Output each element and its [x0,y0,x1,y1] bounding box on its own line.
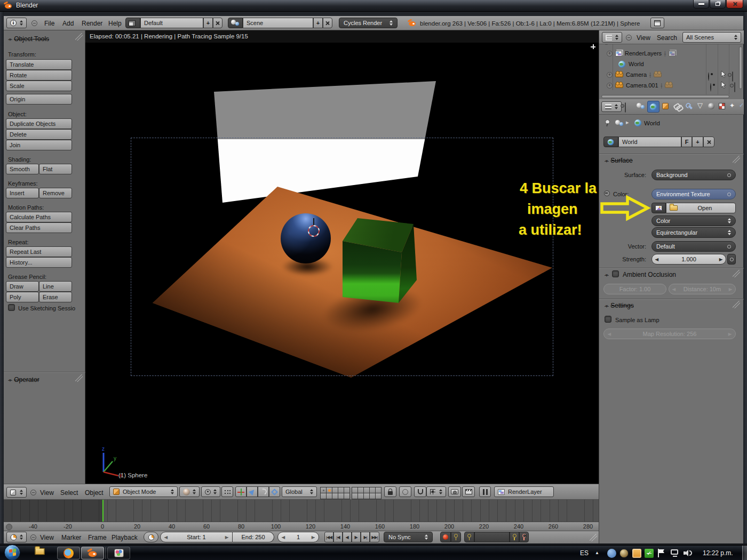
manipulator-rotate-toggle[interactable] [258,486,269,497]
ao-grip-icon[interactable] [733,270,740,277]
outliner-item-camera-001[interactable]: + Camera.001 | [607,81,673,90]
timeline-frames-area[interactable] [4,500,599,522]
minimize-button[interactable] [693,0,709,9]
grease-draw-button[interactable]: Draw [6,281,39,292]
orientation-dropdown[interactable]: Global [282,486,317,497]
datablock-add-button[interactable]: + [692,137,703,147]
show-desktop-button[interactable] [742,546,747,560]
jump-to-start-button[interactable]: |◀◀ [324,532,333,542]
timeline-menu-marker[interactable]: Marker [61,534,81,541]
view3d-menu-select[interactable]: Select [60,489,78,497]
current-frame-field[interactable]: ◀ 1 ▶ [277,532,319,542]
ao-checkbox[interactable] [612,270,619,277]
restore-button[interactable] [710,0,726,9]
grease-poly-button[interactable]: Poly [6,292,39,302]
clear-paths-button[interactable]: Clear Paths [6,222,72,233]
settings-grip-icon[interactable] [733,301,740,308]
screen-layout-name[interactable]: Default [140,18,203,28]
selectable-cursor-icon[interactable] [721,81,726,89]
strength-slider[interactable]: ◀ 1.000 ▶ [651,254,726,265]
settings-panel-header[interactable]: ▼ Settings [605,302,634,309]
render-layer-dropdown[interactable]: RenderLayer [494,486,554,497]
keying-set-field[interactable] [474,532,510,542]
tray-network-icon[interactable] [671,549,679,557]
tray-language[interactable]: ES [580,549,589,557]
translate-button[interactable]: Translate [6,59,72,70]
close-button[interactable] [726,0,743,9]
pin-icon[interactable] [605,119,610,126]
render-engine-dropdown[interactable]: Cycles Render [339,18,398,28]
surface-type-dropdown[interactable]: Background [651,170,736,180]
taskbar-blender-button[interactable] [81,547,104,559]
auto-keyframe-record-button[interactable] [440,532,451,542]
editor-type-3dview-button[interactable] [6,487,27,498]
tray-hidden-icons-arrow[interactable]: ▲ [595,550,599,555]
fake-user-button[interactable]: F [681,137,692,147]
use-sketching-checkbox[interactable] [8,304,15,311]
color-source-dropdown[interactable]: Environment Texture [651,189,736,199]
editor-type-outliner-button[interactable] [602,32,622,43]
operator-panel-header[interactable]: ▼ Operator [8,376,39,383]
timeline-collapse-toggle[interactable] [30,534,36,540]
slider-left-arrow-icon[interactable]: ◀ [655,257,658,262]
surface-panel-header[interactable]: ▼ Surface [605,157,633,164]
smooth-button[interactable]: Smooth [6,164,39,174]
outliner-vscrollbar[interactable] [739,46,742,89]
taskbar-firefox-button[interactable] [57,547,80,559]
expand-icon[interactable]: + [607,72,613,78]
view3d-collapse-toggle[interactable] [30,490,36,495]
visibility-eye-icon[interactable] [710,82,711,92]
taskbar-paint-button[interactable] [107,547,130,559]
scale-button[interactable]: Scale [6,81,72,91]
menu-file[interactable]: File [44,20,54,27]
surface-grip-icon[interactable] [733,156,740,163]
view3d-menu-view[interactable]: View [40,489,54,497]
timeline-menu-frame[interactable]: Frame [88,534,107,541]
tray-clock[interactable]: 12:22 p.m. [703,549,733,557]
scene-delete-button[interactable] [323,18,332,28]
timeline-menu-playback[interactable]: Playback [112,534,138,541]
tray-app-icon[interactable] [619,549,629,558]
pivot-point-dropdown[interactable] [201,486,220,497]
end-frame-field[interactable]: End: 250 [233,532,274,542]
auto-keyframe-mode-button[interactable] [451,532,461,542]
tray-flag-icon[interactable] [658,549,665,558]
play-reverse-button[interactable]: ◀ [343,532,352,542]
delete-keyframes-button[interactable] [519,532,529,542]
pivot-align-toggle[interactable] [221,486,233,497]
editor-type-properties-button[interactable] [601,101,622,112]
join-button[interactable]: Join [6,140,72,150]
tab-object-data[interactable]: ▽ [697,101,703,109]
preview-range-toggle[interactable] [144,532,158,542]
selectable-cursor-icon[interactable] [721,70,726,78]
next-keyframe-button[interactable]: ▶| [361,532,370,542]
opengl-render-anim-button[interactable] [462,486,475,497]
rotate-button[interactable]: Rotate [6,70,72,81]
tray-messenger-icon[interactable] [607,549,616,558]
scene-add-button[interactable]: + [313,18,323,28]
screen-layout-icon-button[interactable] [125,18,140,28]
tray-volume-icon[interactable] [684,549,692,557]
outliner-item-camera[interactable]: + Camera | [607,70,662,79]
history-button[interactable]: History... [6,257,72,268]
insert-keyframe-button[interactable]: Insert [6,188,39,198]
lock-to-scene-toggle[interactable] [384,486,396,497]
viewport-shading-dropdown[interactable] [179,486,200,497]
remove-keyframe-button[interactable]: Remove [39,188,72,198]
keying-set-icon-button[interactable] [464,532,474,542]
menu-help[interactable]: Help [108,20,122,27]
tab-world[interactable] [647,101,659,113]
scene-name[interactable]: Scene [243,18,313,28]
datablock-unlink-button[interactable] [703,137,714,147]
screen-layout-delete-button[interactable] [213,18,222,28]
view3d-menu-object[interactable]: Object [85,489,104,497]
tab-object[interactable] [662,103,669,109]
viewport-3d[interactable]: Elapsed: 00:05.21 | Rendering | Path Tra… [85,30,599,484]
timeline-corner-grip-icon[interactable] [590,534,597,541]
taskbar-explorer-icon[interactable] [36,549,44,554]
playhead[interactable] [102,500,104,522]
expand-icon[interactable]: + [607,83,613,89]
layers-grid-1[interactable] [320,487,350,499]
menu-render[interactable]: Render [82,20,102,27]
layers-grid-2[interactable] [352,487,382,499]
